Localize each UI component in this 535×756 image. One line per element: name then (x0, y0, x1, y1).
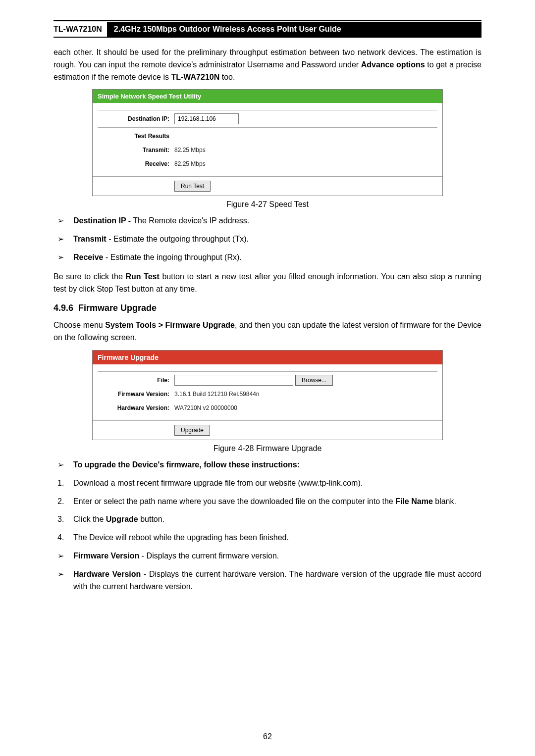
test-results-row: Test Results (98, 131, 437, 142)
divider (98, 127, 437, 128)
def-hw-version: Hardware Version - Displays the current … (54, 568, 482, 593)
intro-paragraph: each other. It should be used for the pr… (54, 47, 482, 83)
firmware-footer: Upgrade (93, 420, 442, 440)
file-label: File: (98, 377, 174, 384)
step-3-text-b: Upgrade (106, 515, 138, 523)
instructions-title: To upgrade the Device's firmware, follow… (73, 460, 300, 469)
header-model: TL-WA7210N (54, 22, 107, 37)
receive-label: Receive: (98, 160, 174, 167)
header-title: 2.4GHz 150Mbps Outdoor Wireless Access P… (107, 22, 482, 37)
note-b: Run Test (125, 272, 159, 281)
hw-version-row: Hardware Version: WA7210N v2 00000000 (98, 403, 437, 413)
file-input[interactable] (174, 375, 293, 386)
def-fw-term: Firmware Version (73, 552, 139, 560)
def-transmit-text: - Estimate the outgoing throughput (Tx). (107, 235, 249, 243)
hw-version-label: Hardware Version: (98, 404, 174, 411)
firmware-body: File: Browse... Firmware Version: 3.16.1… (93, 364, 442, 420)
divider (98, 110, 437, 110)
fw-version-label: Firmware Version: (98, 391, 174, 398)
intro-text-b: Advance options (361, 60, 425, 69)
step-4: 4. The Device will reboot while the upgr… (54, 532, 482, 544)
step-2-text-c: blank. (433, 497, 456, 505)
speed-test-panel: Simple Network Speed Test Utility Destin… (92, 89, 443, 196)
firmware-caption: Figure 4-28 Firmware Upgrade (54, 444, 482, 453)
run-test-note: Be sure to click the Run Test button to … (54, 271, 482, 296)
step-1: 1. Download a most recent firmware upgra… (54, 477, 482, 490)
test-results-label: Test Results (98, 133, 174, 140)
note-a: Be sure to click the (54, 272, 125, 281)
file-row: File: Browse... (98, 375, 437, 386)
step-1-text: Download a most recent firmware upgrade … (73, 479, 363, 487)
step-3-text-a: Click the (73, 515, 106, 523)
speed-test-header: Simple Network Speed Test Utility (93, 90, 442, 103)
hw-version-value: WA7210N v2 00000000 (174, 404, 237, 411)
intro-text-d: TL-WA7210N (171, 73, 219, 81)
run-test-button[interactable]: Run Test (174, 181, 211, 192)
instructions-heading: To upgrade the Device's firmware, follow… (54, 459, 482, 471)
firmware-header: Firmware Upgrade (93, 351, 442, 364)
def-receive: Receive - Estimate the ingoing throughpu… (54, 252, 482, 264)
section-heading: 4.9.6 Firmware Upgrade (54, 303, 482, 313)
dest-ip-label: Destination IP: (98, 115, 174, 122)
header-rule-top (54, 20, 482, 21)
section-number: 4.9.6 (54, 303, 73, 313)
intro-text-e: too. (219, 73, 235, 81)
instructions-steps: 1. Download a most recent firmware upgra… (54, 477, 482, 544)
transmit-label: Transmit: (98, 147, 174, 153)
def-dest-ip-text: The Remote device's IP address. (131, 216, 249, 225)
def-fw-text: - Displays the current firmware version. (139, 552, 279, 560)
step-3: 3. Click the Upgrade button. (54, 513, 482, 526)
transmit-row: Transmit: 82.25 Mbps (98, 145, 437, 155)
section-title: Firmware Upgrade (78, 303, 157, 313)
step-2-text-a: Enter or select the path name where you … (73, 497, 395, 505)
dest-ip-row: Destination IP: (98, 113, 437, 124)
def-dest-ip-term: Destination IP - (73, 216, 131, 225)
receive-row: Receive: 82.25 Mbps (98, 158, 437, 169)
step-2: 2. Enter or select the path name where y… (54, 496, 482, 508)
section-intro-a: Choose menu (54, 321, 105, 329)
def-receive-text: - Estimate the ingoing throughput (Rx). (104, 253, 242, 261)
step-4-marker: 4. (57, 532, 64, 544)
def-receive-term: Receive (73, 253, 104, 261)
step-1-marker: 1. (57, 477, 64, 490)
def-hw-term: Hardware Version (73, 570, 141, 578)
firmware-upgrade-panel: Firmware Upgrade File: Browse... Firmwar… (92, 350, 443, 440)
step-2-marker: 2. (57, 496, 64, 508)
step-2-text-b: File Name (395, 497, 433, 505)
dest-ip-input[interactable] (174, 113, 239, 124)
def-fw-version: Firmware Version - Displays the current … (54, 550, 482, 562)
step-4-text: The Device will reboot while the upgradi… (73, 533, 289, 542)
def-transmit-term: Transmit (73, 235, 107, 243)
speed-test-body: Destination IP: Test Results Transmit: 8… (93, 103, 442, 176)
speed-test-footer: Run Test (93, 176, 442, 196)
transmit-value: 82.25 Mbps (174, 147, 206, 153)
receive-value: 82.25 Mbps (174, 160, 206, 167)
section-intro: Choose menu System Tools > Firmware Upgr… (54, 319, 482, 344)
page-number: 62 (0, 732, 535, 741)
section-intro-b: System Tools > Firmware Upgrade (105, 321, 235, 329)
speed-test-caption: Figure 4-27 Speed Test (54, 200, 482, 209)
instructions-heading-list: To upgrade the Device's firmware, follow… (54, 459, 482, 471)
browse-button[interactable]: Browse... (295, 375, 333, 386)
def-transmit: Transmit - Estimate the outgoing through… (54, 233, 482, 246)
step-3-text-c: button. (138, 515, 164, 523)
version-defs-list: Firmware Version - Displays the current … (54, 550, 482, 593)
def-dest-ip: Destination IP - The Remote device's IP … (54, 215, 482, 227)
upgrade-button[interactable]: Upgrade (174, 425, 210, 436)
definitions-list: Destination IP - The Remote device's IP … (54, 215, 482, 263)
fw-version-row: Firmware Version: 3.16.1 Build 121210 Re… (98, 389, 437, 400)
page-header: TL-WA7210N 2.4GHz 150Mbps Outdoor Wirele… (54, 22, 482, 38)
step-3-marker: 3. (57, 513, 64, 526)
fw-version-value: 3.16.1 Build 121210 Rel.59844n (174, 391, 259, 398)
divider (98, 371, 437, 372)
